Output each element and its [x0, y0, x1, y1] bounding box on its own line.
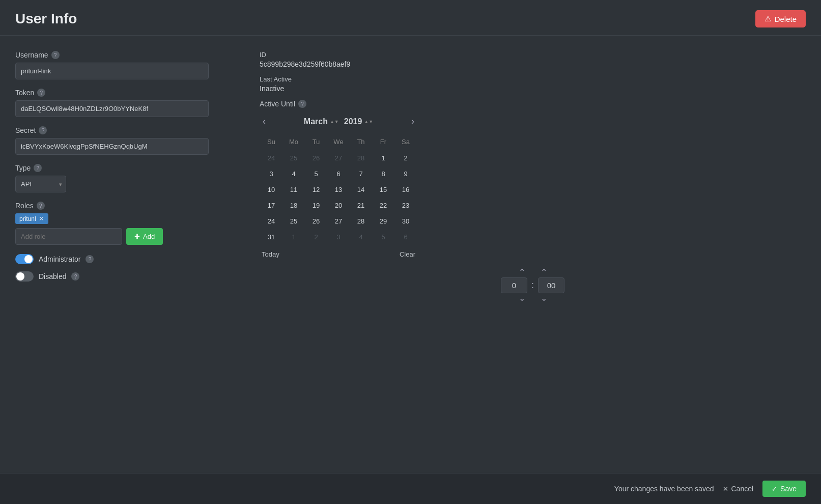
add-role-button[interactable]: ✚ Add — [126, 228, 163, 245]
calendar-week-row: 31123456 — [261, 230, 416, 244]
role-tag-remove-icon[interactable]: ✕ — [39, 215, 44, 222]
administrator-toggle[interactable] — [15, 254, 34, 264]
administrator-toggle-row: Administrator ? — [15, 254, 229, 264]
calendar-day-cell[interactable]: 7 — [350, 166, 372, 181]
calendar-day-cell[interactable]: 18 — [283, 198, 304, 213]
add-role-input[interactable] — [15, 228, 122, 245]
type-help-icon[interactable]: ? — [34, 164, 42, 172]
calendar-day-cell[interactable]: 30 — [395, 214, 416, 229]
calendar-body: 2425262728123456789101112131415161718192… — [261, 151, 416, 244]
calendar-day-cell[interactable]: 26 — [305, 151, 327, 165]
right-panel: ID 5c899b298e3d259f60b8aef9 Last Active … — [260, 51, 806, 303]
disabled-help-icon[interactable]: ? — [71, 272, 79, 281]
calendar-day-cell[interactable]: 25 — [283, 151, 304, 165]
calendar-day-cell[interactable]: 28 — [350, 151, 372, 165]
page: User Info ⚠ Delete Username ? Token ? — [0, 0, 821, 504]
calendar-day-cell[interactable]: 4 — [283, 166, 304, 181]
calendar-week-row: 3456789 — [261, 166, 416, 181]
cancel-button[interactable]: ✕ Cancel — [723, 485, 753, 493]
calendar-day-cell[interactable]: 29 — [373, 214, 394, 229]
token-input[interactable] — [15, 100, 209, 117]
calendar-day-cell[interactable]: 11 — [283, 182, 304, 197]
calendar-day-cell[interactable]: 1 — [373, 151, 394, 165]
administrator-help-icon[interactable]: ? — [86, 255, 94, 263]
calendar-day-header: Mo — [283, 136, 304, 150]
type-select[interactable]: API User Admin — [15, 176, 66, 192]
calendar-day-cell[interactable]: 28 — [350, 214, 372, 229]
calendar-day-cell[interactable]: 5 — [373, 230, 394, 244]
secret-input[interactable] — [15, 138, 209, 155]
calendar-next-button[interactable]: › — [408, 115, 417, 128]
calendar-week-row: 17181920212223 — [261, 198, 416, 213]
username-help-icon[interactable]: ? — [51, 51, 60, 59]
active-until-help-icon[interactable]: ? — [298, 100, 306, 108]
calendar-day-cell[interactable]: 19 — [305, 198, 327, 213]
calendar-day-cell[interactable]: 13 — [328, 182, 349, 197]
id-row: ID 5c899b298e3d259f60b8aef9 — [260, 51, 806, 68]
token-label: Token ? — [15, 89, 229, 97]
calendar-day-cell[interactable]: 14 — [350, 182, 372, 197]
calendar-today-button[interactable]: Today — [262, 250, 279, 258]
minute-down-button[interactable]: ⌄ — [540, 293, 548, 303]
calendar-day-header: Th — [350, 136, 372, 150]
calendar-month-button[interactable]: March ▲▼ — [304, 117, 339, 126]
add-role-row: ✚ Add — [15, 228, 229, 245]
hour-down-arrows: ⌄ — [518, 293, 526, 303]
calendar-day-cell[interactable]: 25 — [283, 214, 304, 229]
calendar-day-cell[interactable]: 3 — [328, 230, 349, 244]
calendar-day-cell[interactable]: 1 — [283, 230, 304, 244]
secret-help-icon[interactable]: ? — [39, 126, 47, 134]
calendar-day-cell[interactable]: 27 — [328, 151, 349, 165]
calendar-day-cell[interactable]: 4 — [350, 230, 372, 244]
calendar-day-cell[interactable]: 10 — [261, 182, 282, 197]
circle-x-icon: ⚠ — [765, 14, 771, 23]
minute-up-button[interactable]: ⌃ — [540, 267, 548, 277]
calendar-day-cell[interactable]: 2 — [305, 230, 327, 244]
calendar-day-cell[interactable]: 15 — [373, 182, 394, 197]
roles-container: pritunl ✕ — [15, 213, 229, 224]
calendar-day-cell[interactable]: 5 — [305, 166, 327, 181]
calendar-day-cell[interactable]: 3 — [261, 166, 282, 181]
calendar-day-cell[interactable]: 23 — [395, 198, 416, 213]
calendar-day-cell[interactable]: 6 — [328, 166, 349, 181]
calendar-day-cell[interactable]: 22 — [373, 198, 394, 213]
calendar-day-cell[interactable]: 12 — [305, 182, 327, 197]
cancel-x-icon: ✕ — [723, 485, 728, 493]
minute-input[interactable] — [538, 277, 564, 293]
hour-down-button[interactable]: ⌄ — [518, 293, 526, 303]
calendar-day-cell[interactable]: 20 — [328, 198, 349, 213]
username-input[interactable] — [15, 63, 209, 79]
calendar-day-cell[interactable]: 31 — [261, 230, 282, 244]
hour-input[interactable] — [501, 277, 527, 293]
calendar: ‹ March ▲▼ 2019 ▲▼ › — [260, 115, 417, 258]
calendar-day-cell[interactable]: 8 — [373, 166, 394, 181]
calendar-day-cell[interactable]: 26 — [305, 214, 327, 229]
disabled-toggle[interactable] — [15, 271, 34, 282]
calendar-day-cell[interactable]: 2 — [395, 151, 416, 165]
calendar-year-button[interactable]: 2019 ▲▼ — [344, 117, 373, 126]
type-select-wrapper: API User Admin ▾ — [15, 176, 66, 192]
calendar-day-cell[interactable]: 27 — [328, 214, 349, 229]
administrator-toggle-thumb — [24, 255, 33, 263]
calendar-day-cell[interactable]: 9 — [395, 166, 416, 181]
calendar-day-cell[interactable]: 17 — [261, 198, 282, 213]
calendar-day-cell[interactable]: 24 — [261, 151, 282, 165]
roles-help-icon[interactable]: ? — [37, 202, 45, 210]
calendar-day-cell[interactable]: 16 — [395, 182, 416, 197]
last-active-row: Last Active Inactive — [260, 75, 806, 93]
content: Username ? Token ? Secret ? — [0, 36, 821, 319]
last-active-label: Last Active — [260, 75, 806, 83]
calendar-prev-button[interactable]: ‹ — [260, 115, 269, 128]
bottom-bar: Your changes have been saved ✕ Cancel ✓ … — [0, 473, 821, 504]
calendar-clear-button[interactable]: Clear — [400, 250, 415, 258]
delete-button[interactable]: ⚠ Delete — [755, 10, 806, 27]
last-active-value: Inactive — [260, 85, 806, 93]
calendar-day-cell[interactable]: 24 — [261, 214, 282, 229]
calendar-day-cell[interactable]: 6 — [395, 230, 416, 244]
time-up-row: ⌃ ⌃ — [518, 267, 548, 277]
hour-up-button[interactable]: ⌃ — [518, 267, 526, 277]
save-button[interactable]: ✓ Save — [762, 481, 806, 497]
token-help-icon[interactable]: ? — [37, 89, 45, 97]
disabled-label: Disabled — [39, 272, 66, 281]
calendar-day-cell[interactable]: 21 — [350, 198, 372, 213]
